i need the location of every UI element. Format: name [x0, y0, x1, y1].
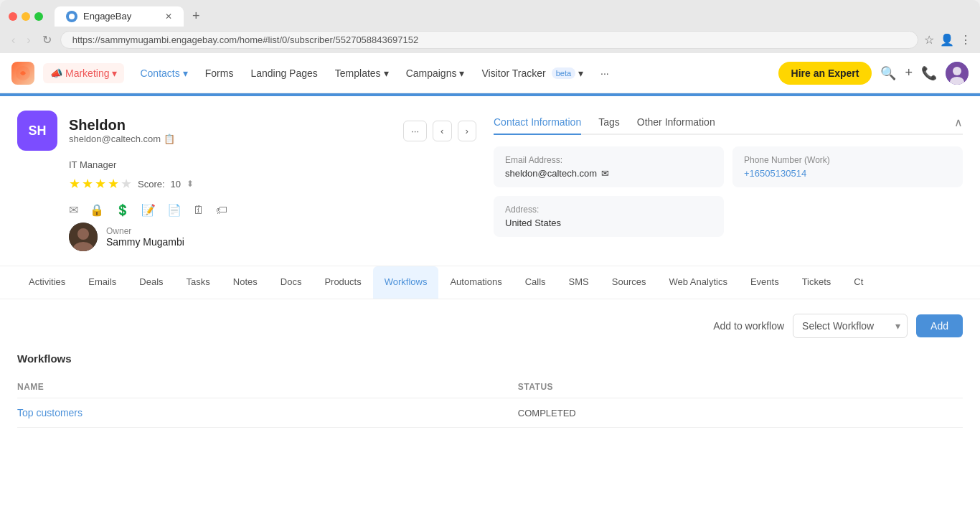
svg-point-3	[953, 67, 961, 75]
next-contact-btn[interactable]: ›	[458, 121, 476, 141]
more-nav[interactable]: ···	[593, 63, 616, 83]
tab-tags[interactable]: Tags	[598, 111, 620, 135]
tab-deals[interactable]: Deals	[128, 266, 174, 299]
tab-favicon	[66, 11, 77, 22]
reload-btn[interactable]: ↻	[39, 32, 55, 48]
prev-contact-btn[interactable]: ‹	[433, 121, 451, 141]
tab-title: EngageBay	[83, 11, 131, 22]
collapse-btn[interactable]: ∧	[954, 116, 963, 129]
tab-contact-info[interactable]: Contact Information	[494, 111, 581, 135]
tab-ct[interactable]: Ct	[842, 266, 875, 299]
address-value: United States	[505, 217, 712, 228]
app-logo[interactable]	[11, 62, 34, 85]
address-info-card: Address: United States	[494, 196, 724, 237]
forms-label: Forms	[205, 67, 234, 79]
star-rating: ★ ★ ★ ★ ★	[69, 176, 132, 192]
add-to-workflow-label: Add to workflow	[713, 320, 784, 332]
owner-name: Sammy Mugambi	[106, 236, 184, 248]
contact-email: sheldon@caltech.com 📋	[69, 134, 175, 144]
profile-icon[interactable]: 👤	[940, 33, 954, 47]
marketing-nav[interactable]: 📣 Marketing ▾	[43, 63, 124, 83]
phone-value: +16505130514	[744, 168, 951, 179]
col-status-header: STATUS	[518, 376, 963, 398]
add-workflow-btn[interactable]: Add	[916, 314, 963, 337]
tab-docs[interactable]: Docs	[269, 266, 314, 299]
templates-label: Templates	[335, 67, 381, 79]
svg-point-0	[69, 14, 75, 19]
phone-label: Phone Number (Work)	[744, 155, 951, 165]
contact-avatar: SH	[17, 111, 57, 151]
tags-label: Tags	[598, 116, 620, 128]
email-value: sheldon@caltech.com ✉	[505, 168, 712, 179]
copy-icon[interactable]: 📋	[164, 134, 175, 144]
marketing-label: Marketing	[65, 67, 109, 79]
more-label: ···	[600, 67, 609, 79]
tab-emails[interactable]: Emails	[77, 266, 128, 299]
tab-sms[interactable]: SMS	[557, 266, 600, 299]
contact-info-label: Contact Information	[494, 116, 581, 128]
tab-notes[interactable]: Notes	[222, 266, 269, 299]
user-avatar[interactable]	[946, 62, 969, 85]
score-stepper[interactable]: ⬍	[187, 179, 194, 189]
maximize-dot[interactable]	[34, 12, 43, 21]
templates-nav[interactable]: Templates ▾	[328, 63, 396, 83]
svg-point-6	[77, 228, 89, 240]
campaigns-nav[interactable]: Campaigns ▾	[399, 63, 472, 83]
star-1: ★	[69, 176, 80, 192]
minimize-dot[interactable]	[22, 12, 30, 21]
table-row: Top customers COMPLETED	[17, 398, 963, 428]
tab-sources[interactable]: Sources	[600, 266, 658, 299]
contacts-nav[interactable]: Contacts ▾	[133, 63, 194, 83]
workflow-select[interactable]: Select Workflow	[793, 314, 908, 338]
dollar-icon[interactable]: 💲	[116, 203, 130, 217]
email-label: Email Address:	[505, 155, 712, 165]
phone-icon[interactable]: 📞	[921, 65, 937, 81]
tab-workflows[interactable]: Workflows	[373, 266, 439, 299]
landing-pages-nav[interactable]: Landing Pages	[243, 63, 324, 83]
tab-activities[interactable]: Activities	[17, 266, 77, 299]
email-action-icon[interactable]: ✉	[69, 203, 78, 217]
add-icon[interactable]: +	[905, 65, 913, 80]
bookmark-icon[interactable]: ☆	[924, 33, 934, 47]
tab-calls[interactable]: Calls	[514, 266, 557, 299]
tab-close-btn[interactable]: ✕	[165, 11, 172, 22]
contacts-label: Contacts	[140, 67, 179, 79]
tab-other-info[interactable]: Other Information	[637, 111, 715, 135]
menu-icon[interactable]: ⋮	[960, 33, 971, 47]
tab-automations[interactable]: Automations	[438, 266, 513, 299]
back-btn[interactable]: ‹	[9, 32, 18, 48]
email-info-card: Email Address: sheldon@caltech.com ✉	[494, 146, 724, 187]
doc-icon[interactable]: 📄	[167, 203, 182, 217]
new-tab-btn[interactable]: +	[187, 6, 206, 27]
search-icon[interactable]: 🔍	[880, 65, 896, 81]
tab-web-analytics[interactable]: Web Analytics	[657, 266, 738, 299]
hire-expert-btn[interactable]: Hire an Expert	[778, 62, 872, 85]
forms-nav[interactable]: Forms	[198, 63, 241, 83]
active-browser-tab[interactable]: EngageBay ✕	[55, 6, 184, 27]
tab-events[interactable]: Events	[739, 266, 791, 299]
workflow-name-link[interactable]: Top customers	[17, 407, 83, 418]
address-bar[interactable]: https://sammymugambi.engagebay.com/home#…	[60, 31, 918, 49]
tab-tasks[interactable]: Tasks	[175, 266, 222, 299]
contact-role: IT Manager	[69, 159, 476, 170]
other-info-label: Other Information	[637, 116, 715, 128]
address-label: Address:	[505, 205, 712, 215]
calendar-icon[interactable]: 🗓	[193, 204, 204, 217]
note-icon[interactable]: 📝	[141, 203, 156, 217]
campaigns-label: Campaigns	[406, 67, 457, 79]
forward-btn[interactable]: ›	[24, 32, 33, 48]
templates-chevron-icon: ▾	[384, 67, 389, 79]
tab-products[interactable]: Products	[313, 266, 372, 299]
visitor-tracker-label: Visitor Tracker	[481, 67, 545, 79]
more-options-btn[interactable]: ···	[403, 121, 427, 141]
task-icon[interactable]: 🔒	[90, 203, 104, 217]
contacts-chevron-icon: ▾	[183, 67, 188, 79]
phone-info-card: Phone Number (Work) +16505130514	[732, 146, 963, 187]
visitor-tracker-nav[interactable]: Visitor Tracker beta ▾	[474, 63, 590, 83]
tab-tickets[interactable]: Tickets	[791, 266, 843, 299]
tag-icon[interactable]: 🏷	[216, 204, 227, 217]
campaigns-chevron-icon: ▾	[459, 67, 464, 79]
score-label: Score:	[138, 179, 165, 190]
star-5: ★	[121, 176, 132, 192]
close-dot[interactable]	[9, 12, 17, 21]
